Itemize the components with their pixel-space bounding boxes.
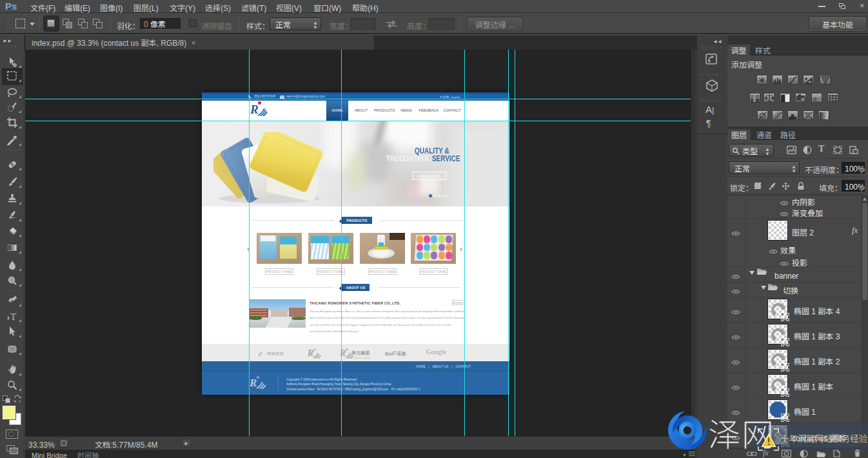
svg-text:T: T (10, 312, 16, 322)
